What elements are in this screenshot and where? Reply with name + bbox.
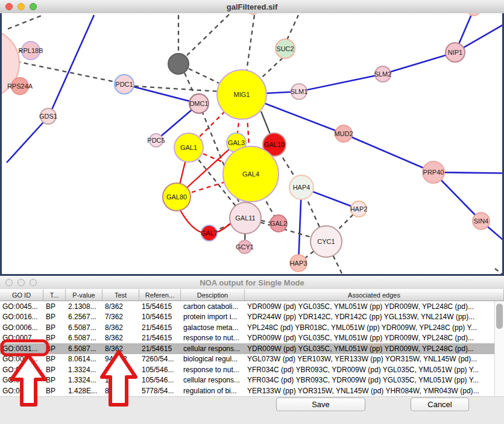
network-node-GAL7[interactable]: GAL7 (201, 225, 218, 242)
network-edge[interactable] (49, 15, 94, 116)
table-row[interactable]: GO:0031...BP6.5087...8/36221/54615cellul… (0, 343, 494, 354)
noa-window-title: NOA output for Single Mode (200, 278, 304, 287)
table-cell: 1.3324... (66, 376, 102, 384)
network-node-HAP4[interactable]: HAP4 (289, 175, 314, 200)
network-node-RPS24A[interactable]: RPS24A (11, 77, 29, 95)
network-node-MUD2[interactable]: MUD2 (335, 125, 353, 143)
network-node-HAP3[interactable]: HAP3 (289, 254, 307, 272)
network-node-SLM2[interactable]: SLM2 (374, 66, 391, 83)
table-cell: response to nut... (181, 366, 245, 374)
table-cell: 6.5087... (66, 323, 102, 332)
network-node-GAL80[interactable]: GAL80 (162, 182, 191, 211)
network-node-MIG1[interactable]: MIG1 (216, 69, 267, 120)
network-node-NIP1[interactable]: NIP1 (445, 42, 465, 63)
noa-output-window: NOA output for Single Mode GO IDT...P-va… (0, 276, 504, 424)
table-cell: 7260/54... (139, 355, 181, 363)
scrollbar-thumb[interactable] (496, 304, 503, 329)
zoom-icon[interactable] (30, 279, 37, 286)
column-header-4[interactable]: Referen... (139, 289, 181, 301)
table-cell: 11/362 (102, 376, 139, 384)
network-node-GAL11[interactable]: GAL11 (229, 202, 262, 234)
network-edge[interactable] (8, 15, 43, 29)
table-cell: YFR034C (pd) YBR093C, YDR009W (pd) YGL03… (245, 376, 494, 384)
network-node-GAL1[interactable]: GAL1 (174, 132, 204, 163)
table-cell: BP (43, 313, 66, 321)
network-window: galFiltered.sif RPL18BRPS24AGDS1PDC1MIG1… (0, 0, 504, 276)
network-node-GAL4[interactable]: GAL4 (222, 146, 279, 202)
network-node-CYC1[interactable]: CYC1 (310, 225, 342, 258)
table-cell: 5778/54... (139, 387, 181, 395)
table-cell: regulation of bi... (181, 387, 245, 395)
save-button[interactable]: Save (276, 398, 365, 411)
table-cell: YGL073W (pd) YER103W, YER133W (pp) YOR31… (245, 355, 494, 363)
table-row[interactable]: GO:0050...BP1.428E...80/3625778/54...reg… (0, 385, 494, 396)
table-row[interactable]: GO:0065...BP8.0614...94/3627260/54...bio… (0, 354, 494, 365)
column-header-0[interactable]: GO ID (0, 289, 43, 301)
table-cell: 21/54615 (139, 344, 181, 353)
close-icon[interactable] (5, 279, 13, 286)
column-header-1[interactable]: T... (43, 289, 66, 301)
column-header-6[interactable]: Associated edges (245, 289, 504, 301)
network-edge[interactable] (344, 134, 433, 172)
column-header-3[interactable]: Test (102, 289, 139, 301)
column-header-5[interactable]: Desciption (181, 289, 245, 301)
network-node-DMC1[interactable]: DMC1 (189, 93, 209, 114)
table-cell: BP (43, 344, 66, 353)
table-cell: BP (43, 376, 66, 384)
network-edge[interactable] (287, 15, 298, 40)
network-edge[interactable] (184, 73, 195, 95)
network-node-RPL18B[interactable]: RPL18B (21, 41, 40, 60)
minimize-icon[interactable] (17, 279, 25, 286)
table-cell: 105/546... (139, 366, 181, 374)
network-edge[interactable] (262, 58, 283, 77)
table-cell: 21/54615 (139, 334, 181, 342)
table-cell: BP (43, 302, 66, 311)
column-header-2[interactable]: P-value (66, 289, 102, 301)
table-body: GO:0045...BP2.1308...8/36215/54615carbon… (0, 301, 494, 396)
network-node-GCY1[interactable]: GCY1 (238, 240, 252, 254)
network-canvas[interactable]: RPL18BRPS24AGDS1PDC1MIG1DMC1SUC2SLM1SLM2… (0, 13, 504, 276)
table-cell: YDR009W (pd) YGL035C, YML051W (pp) YDR00… (245, 302, 494, 311)
zoom-icon[interactable] (30, 3, 37, 10)
network-edge[interactable] (495, 269, 504, 276)
close-icon[interactable] (5, 3, 13, 10)
table-cell: 8.0614... (66, 355, 102, 363)
table-cell: YDR244W (pp) YDR142C, YDR142C (pp) YGL15… (245, 313, 494, 321)
table-row[interactable]: GO:0007...BP6.5087...8/36221/54615respon… (0, 333, 494, 344)
network-node-SUC2[interactable]: SUC2 (275, 39, 295, 59)
network-edge[interactable] (189, 69, 219, 83)
network-edge[interactable] (7, 116, 49, 163)
network-node-PRP40[interactable]: PRP40 (422, 161, 445, 184)
table-cell: GO:0045... (0, 302, 43, 311)
table-cell: cellular respons... (181, 344, 245, 353)
network-node-SLM1[interactable]: SLM1 (291, 83, 307, 100)
network-node-SIN4[interactable]: SIN4 (472, 212, 490, 230)
table-row[interactable]: GO:0006...BP6.5087...8/36221/54615galact… (0, 322, 494, 333)
table-cell: 94/362 (102, 355, 139, 363)
vertical-scrollbar[interactable] (494, 301, 504, 396)
table-cell: GO:0031... (0, 376, 43, 384)
network-edge[interactable] (299, 74, 383, 92)
network-node-gray-node[interactable] (168, 53, 189, 75)
network-node-GAL2[interactable]: GAL2 (269, 214, 288, 232)
table-row[interactable]: GO:0031...BP1.3324...11/362105/546...cel… (0, 375, 494, 386)
cancel-button[interactable]: Cancel (411, 398, 469, 411)
network-node-HAP2[interactable]: HAP2 (350, 201, 367, 217)
network-node-GDS1[interactable]: GDS1 (40, 108, 57, 125)
table-row[interactable]: GO:0031...BP1.3324...11/362105/546...res… (0, 364, 494, 375)
network-node-PDC5[interactable]: PDC5 (149, 133, 163, 148)
table-cell: 8/362 (102, 323, 139, 332)
network-edge[interactable] (383, 52, 455, 74)
table-cell: 10/54615 (139, 313, 181, 321)
table-row[interactable]: GO:0045...BP2.1308...8/36215/54615carbon… (0, 301, 494, 312)
minimize-icon[interactable] (17, 3, 25, 10)
table-cell: response to nut... (181, 334, 245, 342)
table-cell: YDR009W (pd) YGL035C, YML051W (pp) YDR00… (245, 344, 494, 353)
table-cell: GO:0007... (0, 334, 43, 342)
table-row[interactable]: GO:0016...BP6.2567...7/36210/54615protei… (0, 312, 494, 323)
table-cell: 15/54615 (139, 302, 181, 311)
table-cell: 2.1308... (66, 302, 102, 311)
network-edge[interactable] (187, 14, 229, 55)
network-edge[interactable] (247, 15, 254, 71)
network-node-PDC1[interactable]: PDC1 (114, 74, 134, 95)
